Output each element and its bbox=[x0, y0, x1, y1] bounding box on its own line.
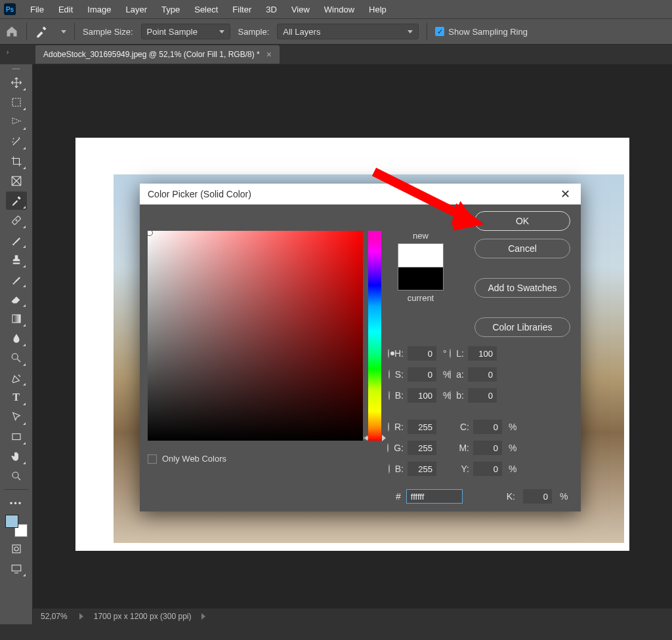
k-input[interactable] bbox=[523, 489, 552, 504]
move-tool[interactable] bbox=[6, 73, 27, 92]
document-tab[interactable]: AdobeStock_301695949.jpeg @ 52,1% (Color… bbox=[35, 45, 280, 64]
hex-input[interactable] bbox=[406, 489, 463, 504]
bl-radio[interactable]: B: bbox=[390, 464, 408, 474]
menu-3d[interactable]: 3D bbox=[259, 2, 284, 17]
only-web-colors-checkbox[interactable]: Only Web Colors bbox=[148, 454, 226, 464]
hue-slider[interactable] bbox=[368, 231, 381, 441]
lab-b-radio[interactable]: b: bbox=[451, 390, 468, 401]
path-select-tool[interactable] bbox=[6, 408, 27, 426]
color-libraries-button[interactable]: Color Libraries bbox=[474, 317, 570, 337]
current-label: current bbox=[394, 293, 447, 303]
hash-label: # bbox=[396, 491, 401, 502]
sample-size-dropdown[interactable]: Point Sample bbox=[141, 24, 230, 39]
h-input[interactable] bbox=[408, 346, 436, 361]
gradient-tool[interactable] bbox=[6, 310, 27, 328]
sample-dropdown[interactable]: All Layers bbox=[277, 24, 419, 39]
eyedropper-icon[interactable] bbox=[35, 25, 48, 38]
sample-size-value: Point Sample bbox=[147, 27, 198, 37]
menu-select[interactable]: Select bbox=[188, 2, 224, 17]
l-input[interactable] bbox=[468, 346, 497, 361]
h-radio[interactable]: H: bbox=[390, 348, 408, 359]
s-radio[interactable]: S: bbox=[390, 369, 408, 380]
lasso-tool[interactable] bbox=[6, 113, 27, 131]
deg-unit: ° bbox=[439, 348, 451, 359]
menu-filter[interactable]: Filter bbox=[226, 2, 258, 17]
c-label: C: bbox=[453, 422, 473, 432]
k-row: K: % bbox=[499, 489, 568, 504]
marquee-tool[interactable] bbox=[6, 93, 27, 111]
separator bbox=[427, 23, 427, 40]
m-input[interactable] bbox=[473, 441, 502, 455]
color-cursor-icon[interactable] bbox=[146, 230, 153, 236]
chevron-right-icon[interactable] bbox=[201, 613, 205, 620]
pct-unit: % bbox=[439, 369, 451, 380]
menu-view[interactable]: View bbox=[285, 2, 316, 17]
svg-point-8 bbox=[14, 547, 18, 551]
screen-mode-tool[interactable] bbox=[6, 559, 27, 578]
dialog-titlebar[interactable]: Color Picker (Solid Color) ✕ bbox=[140, 184, 581, 205]
menu-window[interactable]: Window bbox=[318, 2, 361, 17]
foreground-color[interactable] bbox=[5, 515, 18, 528]
blur-tool[interactable] bbox=[6, 329, 27, 348]
bl-input[interactable] bbox=[408, 462, 436, 476]
a-input[interactable] bbox=[468, 367, 497, 382]
eraser-tool[interactable] bbox=[6, 290, 27, 308]
brush-tool[interactable] bbox=[6, 231, 27, 249]
show-ring-checkbox[interactable]: ✓ bbox=[435, 27, 444, 36]
current-color-swatch[interactable] bbox=[398, 267, 444, 290]
l-radio[interactable]: L: bbox=[451, 348, 468, 359]
healing-tool[interactable] bbox=[6, 211, 27, 230]
b-radio[interactable]: B: bbox=[390, 390, 408, 401]
crop-tool[interactable] bbox=[6, 152, 27, 170]
s-input[interactable] bbox=[408, 367, 436, 382]
menu-file[interactable]: File bbox=[24, 2, 51, 17]
document-dims[interactable]: 1700 px x 1200 px (300 ppi) bbox=[87, 612, 198, 621]
history-brush-tool[interactable] bbox=[6, 270, 27, 289]
sample-label: Sample: bbox=[238, 27, 270, 37]
chevron-down-icon bbox=[408, 30, 413, 33]
quickmask-tool[interactable] bbox=[6, 540, 27, 558]
hand-tool[interactable] bbox=[6, 447, 27, 466]
menu-image[interactable]: Image bbox=[81, 2, 117, 17]
only-web-colors-label: Only Web Colors bbox=[162, 454, 226, 464]
c-input[interactable] bbox=[473, 420, 502, 434]
a-radio[interactable]: a: bbox=[451, 369, 468, 380]
type-tool[interactable]: T bbox=[6, 388, 27, 407]
frame-tool[interactable] bbox=[6, 172, 27, 190]
g-input[interactable] bbox=[408, 441, 436, 455]
expand-chevron-icon[interactable]: › bbox=[7, 49, 16, 58]
r-input[interactable] bbox=[408, 420, 436, 434]
edit-toolbar-icon[interactable]: ••• bbox=[6, 494, 27, 512]
stamp-tool[interactable] bbox=[6, 250, 27, 269]
g-radio[interactable]: G: bbox=[390, 443, 408, 453]
eyedropper-tool[interactable] bbox=[6, 191, 27, 210]
dodge-tool[interactable] bbox=[6, 349, 27, 367]
menu-type[interactable]: Type bbox=[155, 2, 186, 17]
zoom-tool[interactable] bbox=[6, 467, 27, 485]
tool-preset-chevron-icon[interactable] bbox=[61, 30, 66, 33]
lab-b-input[interactable] bbox=[468, 388, 497, 403]
menu-edit[interactable]: Edit bbox=[52, 2, 79, 17]
svg-rect-3 bbox=[12, 315, 20, 323]
checkbox-icon[interactable] bbox=[148, 454, 157, 464]
chevron-right-icon[interactable] bbox=[79, 613, 83, 620]
hue-handle-icon[interactable] bbox=[364, 435, 386, 441]
r-radio[interactable]: R: bbox=[390, 422, 408, 432]
home-icon[interactable] bbox=[5, 25, 18, 38]
zoom-level[interactable]: 52,07% bbox=[33, 612, 75, 621]
pct-unit: % bbox=[439, 390, 451, 401]
b-input[interactable] bbox=[408, 388, 436, 403]
y-input[interactable] bbox=[473, 462, 502, 476]
menu-layer[interactable]: Layer bbox=[119, 2, 154, 17]
svg-line-10 bbox=[374, 172, 466, 218]
rectangle-tool[interactable] bbox=[6, 428, 27, 446]
color-swatches[interactable] bbox=[5, 515, 28, 537]
grip-icon[interactable] bbox=[0, 67, 32, 72]
close-icon[interactable]: ✕ bbox=[558, 184, 573, 204]
close-tab-icon[interactable]: × bbox=[266, 49, 272, 60]
saturation-field[interactable] bbox=[148, 231, 363, 441]
pen-tool[interactable] bbox=[6, 369, 27, 387]
menu-help[interactable]: Help bbox=[362, 2, 393, 17]
magic-wand-tool[interactable] bbox=[6, 132, 27, 151]
add-swatches-button[interactable]: Add to Swatches bbox=[474, 278, 570, 298]
